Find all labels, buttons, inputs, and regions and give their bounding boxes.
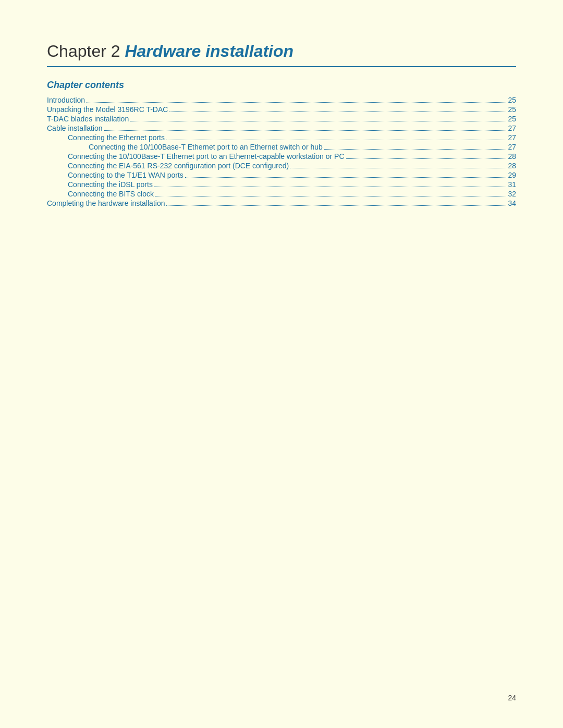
chapter-title-bold: Hardware installation	[125, 42, 293, 60]
chapter-header: Chapter 2 Hardware installation	[47, 42, 516, 67]
toc-item-text: Connecting the iDSL ports	[68, 180, 153, 189]
toc-item-page: 32	[508, 190, 516, 198]
toc-item-page: 34	[508, 199, 516, 207]
toc-item-page: 29	[508, 171, 516, 179]
chapter-title: Chapter 2 Hardware installation	[47, 42, 516, 61]
toc-item-page: 31	[508, 180, 516, 189]
toc-item-text: Connecting to the T1/E1 WAN ports	[68, 171, 183, 179]
toc-item-text: Unpacking the Model 3196RC T-DAC	[47, 105, 168, 114]
chapter-prefix: Chapter 2	[47, 42, 125, 60]
toc-dots	[169, 112, 506, 112]
toc-item-page: 25	[508, 115, 516, 123]
toc-item-page: 25	[508, 105, 516, 114]
toc-item-text: Connecting the BITS clock	[68, 190, 154, 198]
toc-dots	[324, 149, 507, 150]
toc-item-text: Connecting the 10/100Base-T Ethernet por…	[68, 152, 345, 161]
toc-item[interactable]: Connecting the 10/100Base-T Ethernet por…	[47, 143, 516, 151]
toc-item-text: Introduction	[47, 96, 85, 104]
toc-item[interactable]: Connecting the Ethernet ports 27	[47, 133, 516, 142]
page-container: Chapter 2 Hardware installation Chapter …	[0, 0, 563, 250]
toc-item-page: 25	[508, 96, 516, 104]
page-number: 24	[508, 694, 516, 702]
toc-item-page: 28	[508, 162, 516, 170]
toc-dots	[166, 140, 506, 140]
toc-item[interactable]: Connecting the 10/100Base-T Ethernet por…	[47, 152, 516, 161]
toc-item[interactable]: Connecting the EIA-561 RS-232 configurat…	[47, 162, 516, 170]
toc-item[interactable]: T-DAC blades installation25	[47, 115, 516, 123]
chapter-contents-section: Chapter contents Introduction25Unpacking…	[47, 80, 516, 207]
toc-item[interactable]: Unpacking the Model 3196RC T-DAC25	[47, 105, 516, 114]
toc-item[interactable]: Cable installation27	[47, 124, 516, 132]
toc-item[interactable]: Introduction25	[47, 96, 516, 104]
toc-item-text: Connecting the Ethernet ports	[68, 133, 165, 142]
toc-dots	[104, 130, 507, 131]
toc-dots	[185, 177, 507, 178]
toc-item[interactable]: Completing the hardware installation 34	[47, 199, 516, 207]
toc-dots	[130, 121, 506, 121]
toc-item[interactable]: Connecting the iDSL ports 31	[47, 180, 516, 189]
toc-dots	[87, 102, 506, 103]
toc-dots	[166, 205, 506, 206]
toc-dots	[290, 168, 506, 168]
toc-item-page: 27	[508, 124, 516, 132]
toc-item-text: T-DAC blades installation	[47, 115, 129, 123]
toc-dots	[155, 196, 506, 196]
toc-dots	[346, 158, 507, 159]
toc-item-page: 27	[508, 143, 516, 151]
toc-dots	[154, 187, 507, 187]
toc-list: Introduction25Unpacking the Model 3196RC…	[47, 96, 516, 207]
toc-item-text: Completing the hardware installation	[47, 199, 165, 207]
toc-item[interactable]: Connecting the BITS clock 32	[47, 190, 516, 198]
toc-item-text: Connecting the 10/100Base-T Ethernet por…	[89, 143, 323, 151]
toc-item-page: 28	[508, 152, 516, 161]
toc-item-text: Cable installation	[47, 124, 103, 132]
chapter-contents-heading: Chapter contents	[47, 80, 516, 91]
toc-item-page: 27	[508, 133, 516, 142]
toc-item[interactable]: Connecting to the T1/E1 WAN ports 29	[47, 171, 516, 179]
toc-item-text: Connecting the EIA-561 RS-232 configurat…	[68, 162, 289, 170]
